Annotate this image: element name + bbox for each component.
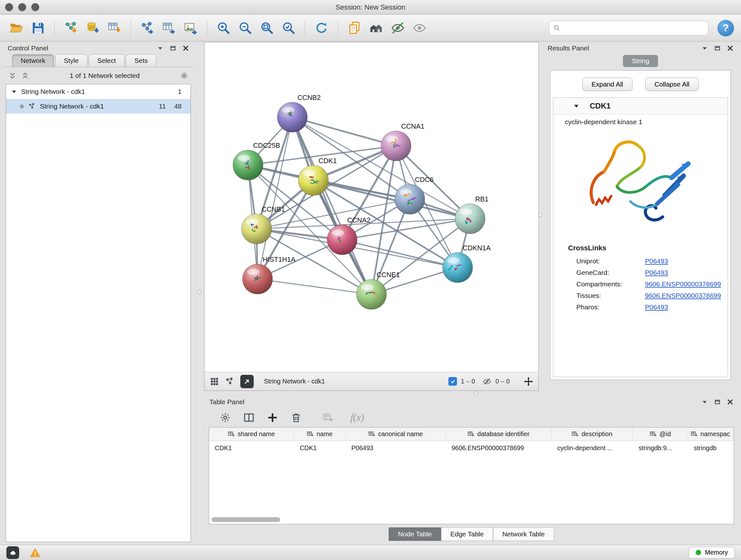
help-button[interactable]: ? — [718, 20, 734, 37]
import-network-database-button[interactable] — [83, 18, 102, 38]
network-canvas[interactable]: CCNB2CCNA1CDC25BCDK1CDC6RB1CCNB1CCNA2CDK… — [205, 43, 538, 372]
table-cell[interactable]: cyclin-dependent ... — [551, 444, 633, 452]
right-splitter-handle[interactable] — [538, 212, 542, 217]
collapse-panel-icon[interactable] — [701, 399, 708, 405]
table-row[interactable]: CDK1CDK1P064939606.ENSP00000378699cyclin… — [209, 441, 734, 455]
float-panel-icon[interactable] — [170, 45, 176, 51]
table-cell[interactable]: CDK1 — [294, 444, 346, 452]
close-panel-icon[interactable] — [727, 399, 733, 405]
tab-string[interactable]: String — [623, 55, 658, 67]
crosslink-link[interactable]: 9606.ENSP00000378699 — [645, 280, 721, 288]
export-image-button[interactable] — [181, 18, 200, 38]
minimize-window-button[interactable] — [18, 3, 26, 11]
network-node-cdkn1a[interactable]: CDKN1A — [443, 244, 491, 283]
home-button[interactable] — [367, 18, 385, 38]
protein-section-header[interactable]: CDK1 — [553, 98, 728, 114]
collapse-all-button[interactable]: Collapse All — [645, 78, 699, 91]
column-header-canonical-name[interactable]: canonical name — [346, 428, 446, 441]
network-edge[interactable] — [342, 240, 458, 267]
crosslink-link[interactable]: P06493 — [645, 257, 668, 265]
collapse-panel-icon[interactable] — [157, 45, 163, 51]
table-horizontal-scrollbar[interactable] — [212, 517, 346, 522]
table-cell[interactable]: stringdb:9... — [633, 444, 688, 452]
section-expander-icon[interactable] — [573, 103, 580, 109]
expand-all-button[interactable]: Expand All — [583, 78, 632, 91]
import-network-file-button[interactable] — [62, 18, 80, 38]
network-row-selected[interactable]: String Network - cdk1 11 48 — [6, 99, 191, 114]
pan-crosshair-icon[interactable] — [524, 377, 533, 386]
network-node-cdk1[interactable]: CDK1 — [298, 157, 337, 195]
crosslink-link[interactable]: P06493 — [645, 269, 668, 276]
zoom-out-button[interactable] — [236, 18, 254, 38]
zoom-fit-button[interactable] — [258, 18, 276, 38]
open-session-button[interactable] — [7, 18, 25, 38]
show-graphics-button[interactable] — [410, 18, 428, 38]
function-builder-button[interactable]: f(x) — [350, 412, 364, 423]
selected-indicator-checkbox[interactable] — [448, 377, 457, 386]
network-options-gear-icon[interactable] — [180, 71, 188, 80]
tab-select[interactable]: Select — [89, 54, 125, 67]
tab-edge-table[interactable]: Edge Table — [441, 527, 493, 541]
zoom-window-button[interactable] — [31, 3, 39, 11]
left-splitter-handle[interactable] — [197, 290, 201, 294]
tab-network[interactable]: Network — [12, 54, 54, 67]
close-panel-icon[interactable] — [183, 45, 189, 51]
network-edge[interactable] — [292, 117, 372, 294]
network-node-ccna1[interactable]: CCNA1 — [381, 123, 424, 161]
save-session-button[interactable] — [29, 18, 47, 38]
grid-view-icon[interactable] — [210, 377, 219, 386]
column-header-namespac[interactable]: namespac — [688, 428, 733, 441]
cloud-button[interactable] — [6, 546, 19, 559]
network-edge[interactable] — [292, 117, 396, 146]
network-collection-row[interactable]: String Network - cdk1 1 — [6, 84, 191, 99]
network-node-ccnb2[interactable]: CCNB2 — [277, 94, 321, 132]
add-column-icon[interactable] — [267, 412, 278, 423]
float-panel-icon[interactable] — [714, 399, 721, 405]
import-network-database-icon — [85, 21, 100, 35]
network-view-icon[interactable] — [225, 377, 234, 386]
refresh-button[interactable] — [312, 18, 331, 38]
close-panel-icon[interactable] — [727, 45, 733, 51]
table-options-gear-icon[interactable] — [219, 412, 231, 423]
table-cell[interactable]: P06493 — [346, 444, 446, 452]
column-header-description[interactable]: description — [551, 428, 633, 441]
network-node-hist1h1a[interactable]: HIST1H1A — [243, 256, 295, 294]
close-window-button[interactable] — [5, 3, 13, 11]
expand-all-networks-icon[interactable] — [8, 71, 17, 80]
window-title: Session: New Session — [0, 3, 741, 11]
column-header-database-identifier[interactable]: database identifier — [446, 428, 551, 441]
memory-button[interactable]: Memory — [689, 547, 735, 558]
column-header-name[interactable]: name — [294, 428, 346, 441]
tree-expander-icon[interactable] — [11, 89, 17, 95]
network-edge[interactable] — [258, 279, 372, 294]
warnings-button[interactable] — [29, 546, 42, 559]
table-cell[interactable]: CDK1 — [209, 444, 294, 452]
show-columns-icon[interactable] — [243, 412, 255, 423]
float-panel-icon[interactable] — [714, 45, 721, 51]
tab-sets[interactable]: Sets — [126, 54, 156, 67]
collapse-all-networks-icon[interactable] — [21, 71, 29, 80]
tab-node-table[interactable]: Node Table — [389, 527, 441, 541]
collapse-panel-icon[interactable] — [701, 45, 708, 51]
birdseye-view-button[interactable] — [240, 375, 254, 388]
column-header--id[interactable]: @id — [633, 428, 688, 441]
zoom-selected-button[interactable] — [279, 18, 298, 38]
table-cell[interactable]: 9606.ENSP00000378699 — [446, 444, 551, 452]
crosslink-link[interactable]: 9606.ENSP00000378699 — [645, 292, 721, 300]
copy-button[interactable] — [345, 18, 363, 38]
delete-column-icon[interactable] — [290, 412, 302, 423]
column-header-shared-name[interactable]: shared name — [209, 428, 294, 441]
tab-style[interactable]: Style — [55, 54, 87, 67]
scrollbar-thumb[interactable] — [212, 517, 280, 522]
import-table-button[interactable] — [105, 18, 124, 38]
hide-graphics-button[interactable] — [388, 18, 407, 38]
bottom-splitter-handle[interactable] — [474, 391, 478, 395]
search-input[interactable] — [564, 24, 704, 32]
export-table-button[interactable] — [159, 18, 178, 38]
tab-network-table[interactable]: Network Table — [493, 527, 554, 541]
export-network-button[interactable] — [138, 18, 156, 38]
table-cell[interactable]: stringdb — [688, 444, 733, 452]
zoom-in-button[interactable] — [214, 18, 232, 38]
crosslink-link[interactable]: P06493 — [645, 303, 668, 311]
network-node-rb1[interactable]: RB1 — [455, 195, 488, 234]
